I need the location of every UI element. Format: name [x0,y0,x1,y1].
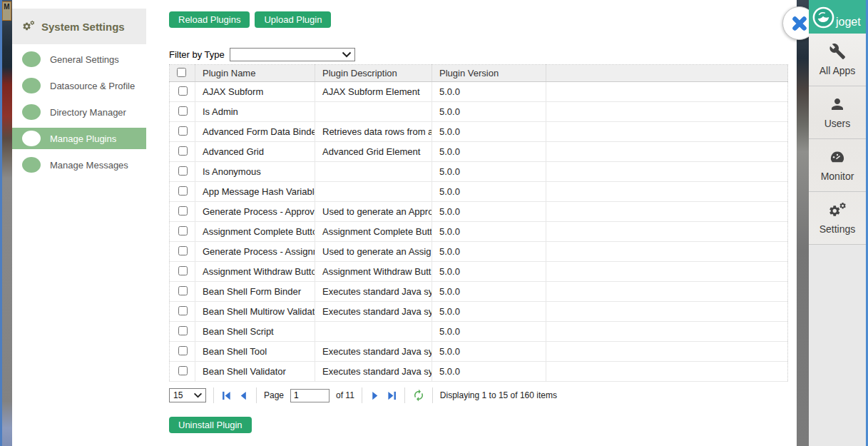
sidebar-item-datasource-profile[interactable]: Datasource & Profile [12,75,146,96]
plugin-name-cell[interactable]: AJAX Subform [195,82,315,102]
table-row[interactable]: Assignment Withdraw Button Assignment Wi… [170,262,788,282]
table-row[interactable]: Generate Process - Assignment Used to ge… [170,242,788,262]
row-checkbox[interactable] [178,106,188,116]
pagination-bar: 15 Page of 11 [169,387,797,403]
previous-page-button[interactable] [238,390,249,401]
row-checkbox[interactable] [178,306,188,315]
table-row[interactable]: Advanced Form Data Binder Retrieves data… [170,122,788,142]
sidebar-item-label: Datasource & Profile [50,81,135,91]
plugin-description-cell [315,102,432,122]
row-checkbox[interactable] [178,166,188,176]
row-checkbox[interactable] [178,326,188,335]
select-all-checkbox[interactable] [177,68,186,77]
plugin-name-cell[interactable]: Assignment Withdraw Button [195,262,315,282]
reload-plugins-button[interactable]: Reload Plugins [169,11,250,28]
plugin-name-cell[interactable]: Bean Shell Form Binder [195,282,315,302]
plugin-version-cell: 5.0.0 [432,342,546,362]
table-row[interactable]: Bean Shell Tool Executes standard Java s… [170,342,788,362]
table-row[interactable]: Is Anonymous 5.0.0 [170,162,788,182]
plugin-name-cell[interactable]: App Message Hash Variable [195,182,315,202]
row-checkbox[interactable] [178,246,188,255]
nav-users[interactable]: Users [809,86,866,139]
row-checkbox[interactable] [178,226,188,235]
row-checkbox[interactable] [178,366,188,375]
column-header-plugin-description: Plugin Description [315,65,432,82]
plugin-name-cell[interactable]: Bean Shell Tool [195,342,315,362]
row-checkbox[interactable] [178,206,188,216]
refresh-button[interactable] [412,389,425,402]
page-size-select[interactable]: 15 [169,388,206,402]
row-checkbox[interactable] [178,186,188,196]
sidebar-item-manage-plugins[interactable]: Manage Plugins [12,128,146,149]
last-page-icon [387,390,397,401]
last-page-button[interactable] [387,390,397,401]
table-header-row: Plugin Name Plugin Description Plugin Ve… [170,65,788,82]
nav-item-label: Users [824,118,851,129]
plugin-name-cell[interactable]: Advanced Form Data Binder [195,122,315,142]
sidebar-item-manage-messages[interactable]: Manage Messages [12,154,146,176]
table-row[interactable]: Bean Shell Multirow Validator Executes s… [170,302,788,322]
background-page-strip-left: M [2,0,12,446]
uninstall-plugin-button[interactable]: Uninstall Plugin [169,417,252,433]
row-checkbox[interactable] [178,86,188,96]
plugin-description-cell: Advanced Grid Element [315,142,432,162]
plugin-description-cell: Assignment Withdraw Butt [315,262,432,282]
plugin-description-cell: Used to generate an Appro [315,202,432,222]
gears-icon [22,20,36,33]
plugin-name-cell[interactable]: Generate Process - Assignment [195,242,315,262]
plugin-name-cell[interactable]: Generate Process - Approval [195,202,315,222]
first-page-button[interactable] [221,390,232,401]
plugin-name-cell[interactable]: Bean Shell Script [195,322,315,342]
plugin-version-cell: 5.0.0 [432,282,546,302]
plugin-version-cell: 5.0.0 [432,302,546,322]
column-header-plugin-version: Plugin Version [432,65,546,82]
nav-all-apps[interactable]: All Apps [809,34,866,86]
pager-separator [404,387,405,403]
column-header-plugin-name: Plugin Name [195,65,315,82]
nav-monitor[interactable]: Monitor [809,139,866,192]
row-checkbox[interactable] [178,146,188,156]
plugin-name-cell[interactable]: Bean Shell Validator [195,362,315,382]
user-icon [829,96,846,113]
sidebar-item-general-settings[interactable]: General Settings [12,49,146,70]
nav-item-label: All Apps [820,65,856,76]
table-row[interactable]: Bean Shell Validator Executes standard J… [170,362,788,382]
nav-settings[interactable]: Settings [809,192,866,245]
row-checkbox[interactable] [178,126,188,136]
page-number-input[interactable] [290,389,330,402]
filter-type-select[interactable] [230,48,355,61]
close-icon [788,12,811,35]
table-row[interactable]: App Message Hash Variable 5.0.0 [170,182,788,202]
sidebar-item-label: Directory Manager [50,107,126,118]
next-page-button[interactable] [369,390,380,401]
plugin-name-cell[interactable]: Bean Shell Multirow Validator [195,302,315,322]
bullet-circle-icon [22,78,41,93]
sidebar-item-directory-manager[interactable]: Directory Manager [12,101,146,123]
row-checkbox[interactable] [178,346,188,355]
table-row[interactable]: Bean Shell Form Binder Executes standard… [170,282,788,302]
table-row[interactable]: Generate Process - Approval Used to gene… [170,202,788,222]
bullet-circle-icon [22,104,41,120]
row-checkbox[interactable] [178,266,188,275]
pager-separator [256,387,257,403]
background-page-strip-right [797,0,809,446]
table-row[interactable]: Bean Shell Script 5.0.0 [170,322,788,342]
table-row[interactable]: Assignment Complete Button Assignment Co… [170,222,788,242]
page-label: Page [264,390,284,400]
table-row[interactable]: Is Admin 5.0.0 [170,102,788,122]
plugin-name-cell[interactable]: Assignment Complete Button [195,222,315,242]
upload-plugin-button[interactable]: Upload Plugin [255,11,331,28]
settings-nav: General Settings Datasource & Profile Di… [12,49,146,176]
plugin-version-cell: 5.0.0 [432,322,546,342]
plugin-version-cell: 5.0.0 [432,362,546,382]
nav-item-label: Settings [820,223,856,235]
page-size-value: 15 [173,390,183,400]
minimized-tab-badge[interactable]: M [2,1,11,21]
row-checkbox[interactable] [178,286,188,295]
table-row[interactable]: Advanced Grid Advanced Grid Element 5.0.… [170,142,788,162]
table-row[interactable]: AJAX Subform AJAX Subform Element 5.0.0 [170,82,788,102]
plugin-name-cell[interactable]: Advanced Grid [195,142,315,162]
plugin-name-cell[interactable]: Is Anonymous [195,162,315,182]
plugin-name-cell[interactable]: Is Admin [195,102,315,122]
pager-separator [213,387,214,403]
